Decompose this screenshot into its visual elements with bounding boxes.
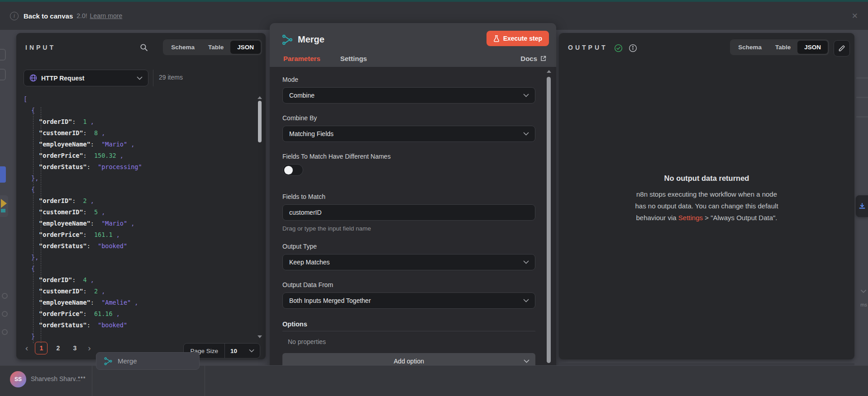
logs-panel-toggle[interactable]	[856, 195, 868, 217]
json-code: [{"orderID": 1 ,"customerID": 8 ,"employ…	[24, 94, 254, 342]
chevron-down-icon	[137, 76, 143, 80]
input-view-tabs: SchemaTableJSON	[163, 39, 262, 55]
pencil-icon	[838, 45, 845, 52]
execute-step-label: Execute step	[503, 35, 542, 42]
arrow-down-to-tray-icon	[858, 203, 866, 210]
canvas-edge-fragment	[856, 97, 868, 98]
footer-bar: SS Sharvesh Sharv... ••• Merge	[0, 365, 868, 396]
add-option-label: Add option	[394, 358, 424, 365]
banner-close-icon[interactable]: ✕	[852, 11, 858, 21]
divider	[153, 70, 153, 86]
chevron-down-icon	[523, 299, 529, 302]
canvas-control-icon	[2, 311, 8, 317]
settings-link[interactable]: Settings	[678, 214, 703, 222]
back-to-canvas-button[interactable]: Back to canvas	[24, 12, 73, 20]
canvas-control-icon	[2, 329, 8, 335]
execute-step-button[interactable]: Execute step	[486, 31, 549, 46]
node-pill-label: Merge	[118, 357, 137, 365]
input-scrollbar[interactable]	[258, 96, 262, 338]
canvas-node-icon	[0, 166, 6, 183]
page-size-select[interactable]: 10	[225, 344, 260, 358]
output-view-tabs: SchemaTableJSON	[730, 39, 829, 55]
fields-to-match-input[interactable]	[282, 204, 535, 221]
page-button-1[interactable]: 1	[35, 342, 48, 354]
next-page-button[interactable]: ›	[85, 342, 93, 354]
input-panel: INPUT SchemaTableJSON HTTP Request 29 it…	[16, 33, 266, 359]
tab-json[interactable]: JSON	[797, 41, 828, 54]
banner-promo-text: 2.0!	[76, 12, 87, 19]
chevron-down-icon	[249, 349, 254, 353]
scroll-down-arrow[interactable]	[258, 335, 262, 338]
output-type-label: Output Type	[282, 243, 535, 250]
output-panel: OUTPUT SchemaTableJSON No output data re…	[559, 33, 854, 359]
scroll-up-arrow[interactable]	[547, 70, 551, 73]
page-button-3[interactable]: 3	[68, 342, 81, 354]
tab-json[interactable]: JSON	[230, 41, 261, 54]
canvas-control-icon	[2, 293, 8, 299]
tab-table[interactable]: Table	[768, 41, 797, 54]
different-names-toggle[interactable]	[282, 164, 303, 176]
search-icon[interactable]	[140, 43, 148, 52]
scrollbar-thumb[interactable]	[547, 77, 551, 363]
tab-settings[interactable]: Settings	[340, 55, 367, 68]
combine-by-value: Matching Fields	[289, 130, 334, 137]
divider	[205, 366, 205, 396]
tab-parameters[interactable]: Parameters	[283, 55, 320, 68]
toggle-knob	[284, 166, 293, 174]
output-empty-state: No output data returned n8n stops execut…	[616, 174, 797, 224]
input-source-label: HTTP Request	[41, 75, 133, 82]
scroll-up-arrow[interactable]	[258, 96, 262, 99]
canvas-node-icon	[0, 69, 6, 80]
output-panel-title: OUTPUT	[568, 44, 608, 51]
docs-link[interactable]: Docs	[520, 55, 546, 62]
mode-label: Mode	[282, 76, 535, 83]
indent-guide	[33, 107, 33, 343]
indent-guide	[41, 107, 41, 343]
input-json-view[interactable]: [{"orderID": 1 ,"customerID": 8 ,"employ…	[24, 94, 254, 343]
chevron-down-icon	[523, 94, 529, 97]
info-icon: i	[10, 12, 19, 20]
globe-icon	[29, 74, 37, 82]
user-menu-icon[interactable]: •••	[78, 374, 86, 381]
canvas-chevron-fragment	[860, 289, 867, 293]
external-link-icon	[540, 56, 546, 61]
page-button-2[interactable]: 2	[52, 342, 64, 354]
canvas-node-pill[interactable]: Merge	[96, 352, 200, 370]
scrollbar-thumb[interactable]	[258, 101, 262, 142]
tab-schema[interactable]: Schema	[164, 41, 201, 54]
node-title: Merge	[298, 34, 324, 45]
prev-page-button[interactable]: ‹	[23, 342, 31, 354]
combine-by-select[interactable]: Matching Fields	[282, 126, 535, 142]
canvas-node-icon	[0, 195, 8, 217]
success-check-icon	[614, 44, 623, 52]
output-type-select[interactable]: Keep Matches	[282, 254, 535, 270]
chevron-down-icon	[524, 359, 529, 363]
info-icon[interactable]	[629, 44, 637, 52]
input-pagination: ‹ 123 ›	[23, 342, 94, 354]
user-name[interactable]: Sharvesh Sharv...	[31, 375, 81, 382]
modal-tabs: Parameters Settings	[283, 55, 367, 68]
learn-more-link[interactable]: Learn more	[90, 12, 123, 19]
input-source-select[interactable]: HTTP Request	[24, 70, 148, 86]
mode-value: Combine	[289, 92, 315, 99]
merge-node-icon	[281, 34, 293, 46]
canvas-edge-fragment	[856, 77, 868, 79]
merge-node-icon	[104, 357, 113, 366]
modal-scrollbar[interactable]	[547, 70, 551, 371]
user-avatar[interactable]: SS	[10, 371, 26, 387]
options-empty-text: No properties	[288, 338, 535, 345]
canvas-node-icon	[0, 49, 6, 61]
tab-table[interactable]: Table	[201, 41, 230, 54]
chevron-down-icon	[523, 132, 529, 136]
combine-by-label: Combine By	[282, 114, 535, 122]
output-data-from-select[interactable]: Both Inputs Merged Together	[282, 292, 535, 309]
flask-icon	[493, 35, 500, 42]
fields-to-match-label: Fields to Match	[282, 193, 535, 200]
tab-schema[interactable]: Schema	[731, 41, 768, 54]
chevron-down-icon	[523, 260, 529, 264]
canvas-text-fragment: ms	[860, 302, 867, 307]
edit-output-button[interactable]	[834, 40, 850, 57]
docs-label: Docs	[520, 55, 537, 62]
modal-body: Mode Combine Combine By Matching Fields …	[270, 67, 556, 376]
mode-select[interactable]: Combine	[282, 87, 535, 104]
